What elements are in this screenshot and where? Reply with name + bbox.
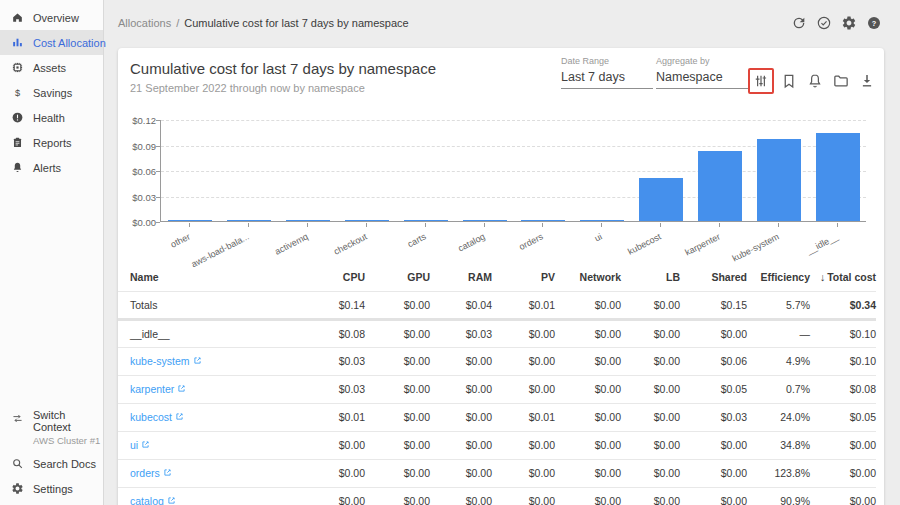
check-circle-icon[interactable] (816, 15, 832, 31)
cell-ram: $0.00 (430, 403, 492, 431)
namespace-link-karpenter[interactable]: karpenter (130, 383, 174, 395)
sidebar-item-assets[interactable]: Assets (0, 55, 103, 80)
chart-bar-orders[interactable] (521, 220, 565, 221)
column-header-total-cost[interactable]: ↓Total cost (810, 263, 876, 291)
clipboard-icon (11, 136, 24, 149)
x-axis-tick (542, 223, 543, 227)
cell-cpu: $0.00 (288, 459, 365, 487)
cell-network: $0.00 (555, 375, 621, 403)
y-axis-tick-label: $0.06 (119, 166, 156, 177)
breadcrumb-allocations[interactable]: Allocations (118, 17, 171, 29)
help-icon[interactable]: ? (866, 15, 882, 31)
cell-lb: $0.00 (621, 431, 680, 459)
cell-gpu: $0.00 (365, 459, 430, 487)
cell-pv: $0.01 (492, 403, 555, 431)
page-subtitle: 21 September 2022 through now by namespa… (130, 82, 365, 94)
bell-outline-icon[interactable] (806, 72, 824, 90)
chart-bar-ui[interactable] (580, 220, 624, 221)
sidebar-footer-label: Switch Context (33, 409, 103, 433)
column-header-network[interactable]: Network (555, 263, 621, 291)
cell-efficiency: 24.0% (747, 403, 810, 431)
cell-cpu: $0.00 (288, 431, 365, 459)
cell-gpu: $0.00 (365, 431, 430, 459)
cell-gpu: $0.00 (365, 487, 430, 505)
folder-icon[interactable] (832, 72, 850, 90)
sidebar-footer-label: Settings (33, 483, 73, 495)
chart-bar-catalog[interactable] (463, 220, 507, 221)
sidebar-item-label: Alerts (33, 162, 61, 174)
tune-icon[interactable] (752, 72, 770, 90)
column-header-efficiency[interactable]: Efficiency (747, 263, 810, 291)
x-axis-tick (248, 223, 249, 227)
chart-bar-activemq[interactable] (286, 220, 330, 221)
sidebar-item-cost-allocation[interactable]: Cost Allocation (0, 30, 103, 55)
namespace-link-kubecost[interactable]: kubecost (130, 411, 172, 423)
cell-pv: $0.01 (492, 291, 555, 319)
external-link-icon (175, 411, 184, 420)
cell-network: $0.00 (555, 487, 621, 505)
chart-bar-idle[interactable] (816, 133, 860, 221)
sidebar-item-label: Savings (33, 87, 72, 99)
cell-lb: $0.00 (621, 403, 680, 431)
download-icon[interactable] (858, 72, 876, 90)
column-header-ram[interactable]: RAM (430, 263, 492, 291)
column-header-shared[interactable]: Shared (680, 263, 747, 291)
row-name-cell: ui (118, 431, 288, 459)
sidebar-footer: Switch ContextAWS Cluster #1Search DocsS… (0, 406, 103, 501)
column-header-gpu[interactable]: GPU (365, 263, 430, 291)
sidebar-item-health[interactable]: Health (0, 105, 103, 130)
chart-bar-carts[interactable] (404, 220, 448, 221)
chart-bar-kube-system[interactable] (757, 139, 801, 221)
cell-efficiency: 4.9% (747, 347, 810, 375)
chart-bar-checkout[interactable] (345, 220, 389, 221)
cell-network: $0.00 (555, 459, 621, 487)
column-header-cpu[interactable]: CPU (288, 263, 365, 291)
cell-efficiency: 34.8% (747, 431, 810, 459)
y-axis-tick (156, 146, 160, 147)
swap-icon (11, 412, 24, 425)
cell-network: $0.00 (555, 319, 621, 347)
cell-lb: $0.00 (621, 291, 680, 319)
table-row-kube-system: kube-system$0.03$0.00$0.00$0.00$0.00$0.0… (118, 347, 876, 375)
cell-total-cost: $0.05 (810, 403, 876, 431)
sidebar-footer-switch-context[interactable]: Switch ContextAWS Cluster #1 (0, 406, 103, 451)
gear-icon[interactable] (841, 15, 857, 31)
cell-shared: $0.00 (680, 319, 747, 347)
bookmark-icon[interactable] (780, 72, 798, 90)
chart-bar-karpenter[interactable] (698, 151, 742, 221)
sidebar-item-savings[interactable]: $Savings (0, 80, 103, 105)
namespace-link-orders[interactable]: orders (130, 467, 160, 479)
cell-network: $0.00 (555, 347, 621, 375)
cell-gpu: $0.00 (365, 291, 430, 319)
column-header-pv[interactable]: PV (492, 263, 555, 291)
chart-bar-aws-load-bala[interactable] (227, 220, 271, 221)
namespace-link-kube-system[interactable]: kube-system (130, 355, 190, 367)
table-row-orders: orders$0.00$0.00$0.00$0.00$0.00$0.00$0.0… (118, 459, 876, 487)
sidebar-footer-settings[interactable]: Settings (0, 476, 103, 501)
table-row-kubecost: kubecost$0.01$0.00$0.00$0.01$0.00$0.00$0… (118, 403, 876, 431)
chart-bar-kubecost[interactable] (639, 178, 683, 221)
sidebar-item-alerts[interactable]: Alerts (0, 155, 103, 180)
refresh-icon[interactable] (791, 15, 807, 31)
bar-chart-icon (11, 36, 24, 49)
cell-total-cost: $0.00 (810, 459, 876, 487)
column-header-lb[interactable]: LB (621, 263, 680, 291)
column-header-name[interactable]: Name (118, 263, 288, 291)
date-range-value[interactable]: Last 7 days (561, 70, 653, 89)
y-axis-tick-label: $0.09 (119, 141, 156, 152)
cell-cpu: $0.03 (288, 375, 365, 403)
table-header-row: NameCPUGPURAMPVNetworkLBSharedEfficiency… (118, 263, 876, 291)
sidebar-footer-labels: Switch ContextAWS Cluster #1 (33, 409, 103, 446)
chart-gridline (161, 120, 866, 121)
sidebar-item-overview[interactable]: Overview (0, 5, 103, 30)
sidebar-item-reports[interactable]: Reports (0, 130, 103, 155)
namespace-link-catalog[interactable]: catalog (130, 495, 164, 505)
aggregate-by-select[interactable]: Aggregate by Namespace (656, 56, 748, 89)
cell-gpu: $0.00 (365, 403, 430, 431)
chart-bar-other[interactable] (168, 220, 212, 221)
date-range-select[interactable]: Date Range Last 7 days (561, 56, 653, 89)
namespace-link-ui[interactable]: ui (130, 439, 138, 451)
aggregate-by-value[interactable]: Namespace (656, 70, 748, 89)
sidebar-footer-search-docs[interactable]: Search Docs (0, 451, 103, 476)
cell-network: $0.00 (555, 403, 621, 431)
